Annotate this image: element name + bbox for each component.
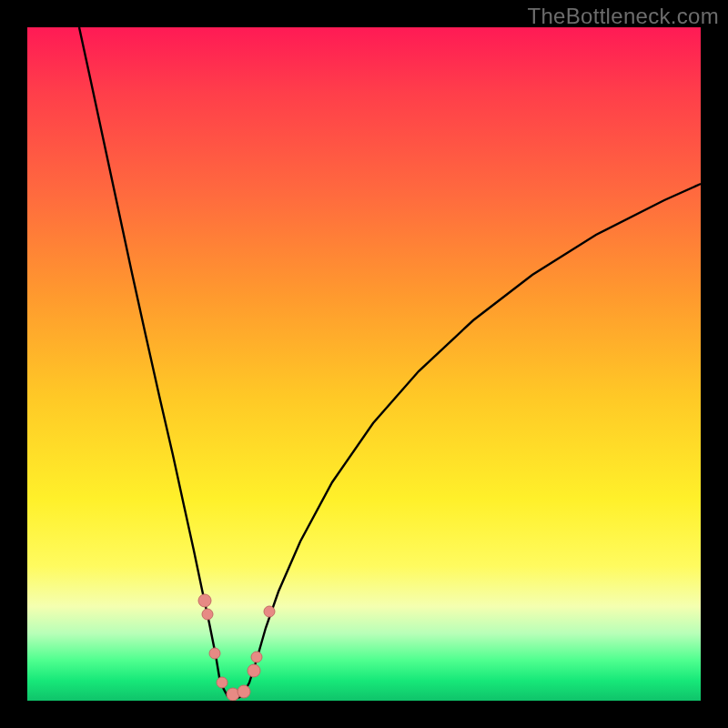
bottleneck-curve-svg bbox=[27, 27, 701, 701]
curve-marker bbox=[264, 606, 275, 617]
curve-marker bbox=[217, 677, 228, 688]
curve-marker bbox=[251, 652, 262, 662]
plot-area bbox=[27, 27, 701, 701]
curve-marker bbox=[198, 594, 211, 607]
curve-marker bbox=[238, 685, 250, 698]
curve-markers bbox=[198, 594, 275, 701]
curve-marker bbox=[248, 664, 260, 677]
watermark-text: TheBottleneck.com bbox=[527, 4, 719, 29]
chart-frame: TheBottleneck.com bbox=[0, 0, 728, 728]
curve-marker bbox=[202, 609, 213, 620]
curve-marker bbox=[209, 648, 220, 659]
bottleneck-curve bbox=[79, 27, 701, 699]
